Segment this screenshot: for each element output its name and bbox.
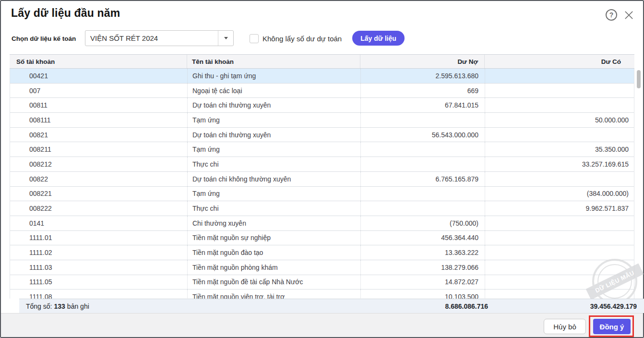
cell-credit-balance[interactable]: 50.000.000 [485,113,634,127]
cell-account-number[interactable]: 00421 [10,69,188,83]
cell-credit-balance[interactable] [485,216,634,230]
table-row[interactable]: 00421 Ghi thu - ghi tạm ứng 2.595.613.68… [10,69,634,84]
cell-credit-balance[interactable] [485,260,634,275]
cell-debit-balance[interactable] [361,113,485,127]
cell-debit-balance[interactable]: 10.103.500 [361,290,485,299]
cell-account-name[interactable]: Tiền mặt nguồn phòng khám [188,260,361,275]
accounting-data-select[interactable]: VIỆN SỐT RÉT 2024 [85,30,234,46]
cell-credit-balance[interactable] [485,128,634,142]
column-header-credit-balance[interactable]: Dư Có [485,55,634,68]
table-row[interactable]: 0141 Chi thường xuyên (750.000) [10,216,634,231]
cell-credit-balance[interactable] [485,275,634,290]
cell-account-number[interactable]: 1111.01 [10,231,188,245]
cell-credit-balance[interactable] [485,290,634,299]
cell-account-number[interactable]: 008221 [10,187,188,201]
cell-account-name[interactable]: Tiền mặt nguồn đề tài cấp Nhà Nước [188,275,361,290]
table-row[interactable]: 1111.03 Tiền mặt nguồn phòng khám 138.27… [10,260,634,275]
scrollbar-thumb[interactable] [637,70,641,88]
cell-account-name[interactable]: Chi thường xuyên [188,216,361,230]
cell-account-name[interactable]: Tiền mặt nguồn viện trợ, tài trợ [188,290,361,299]
cell-account-number[interactable]: 008211 [10,142,188,157]
cell-credit-balance[interactable]: 33.257.169.615 [485,157,634,171]
cell-debit-balance[interactable] [361,142,485,157]
cell-account-name[interactable]: Tiền mặt nguồn đào tạo [188,245,361,260]
cell-debit-balance[interactable]: 456.364.440 [361,231,485,245]
help-icon[interactable]: ? [606,9,617,21]
cell-account-name[interactable]: Thực chi [188,157,361,171]
cell-debit-balance[interactable]: 13.363.222 [361,245,485,260]
column-header-account-name[interactable]: Tên tài khoản [187,55,360,68]
cell-account-name[interactable]: Dự toán chi thường xuyên [188,128,361,142]
cancel-button[interactable]: Hủy bỏ [544,319,586,334]
cell-account-name[interactable]: Tạm ứng [188,142,361,157]
cell-credit-balance[interactable] [485,84,634,98]
cell-account-number[interactable]: 008222 [10,201,188,216]
dialog-title: Lấy dữ liệu đầu năm [11,7,120,20]
cell-credit-balance[interactable] [485,245,634,260]
accounting-data-select-value: VIỆN SỐT RÉT 2024 [85,34,218,42]
get-beginning-year-data-dialog: Lấy dữ liệu đầu năm ? Chọn dữ liệu kế to… [0,0,644,338]
cell-account-name[interactable]: Ghi thu - ghi tạm ứng [188,69,361,83]
table-row[interactable]: 008211 Tạm ứng 35.350.000 [10,142,634,157]
cell-debit-balance[interactable]: 56.543.000.000 [361,128,485,142]
cell-debit-balance[interactable]: (750.000) [361,216,485,230]
cell-credit-balance[interactable] [485,172,634,186]
table-scrollbar[interactable] [636,69,642,299]
table-row[interactable]: 008221 Tạm ứng (384.000.000) [10,187,634,202]
record-count-unit: bản ghi [67,302,89,310]
column-header-account-number[interactable]: Số tài khoản [10,55,187,68]
table-summary-row: Tổng số: 133 bản ghi 8.686.086.716 39.45… [19,299,644,313]
cell-account-number[interactable]: 1111.05 [10,275,188,290]
cell-account-number[interactable]: 00821 [10,128,188,142]
table-row[interactable]: 008111 Tạm ứng 50.000.000 [10,113,634,128]
cell-account-number[interactable]: 1111.08 [10,290,188,299]
close-icon[interactable] [623,10,634,21]
cell-credit-balance[interactable]: 9.962.571.837 [485,201,634,216]
cell-account-name[interactable]: Tạm ứng [188,187,361,201]
column-header-debit-balance[interactable]: Dư Nợ [360,55,485,68]
cell-account-number[interactable]: 008111 [10,113,188,127]
cell-debit-balance[interactable]: 669 [361,84,485,98]
table-row[interactable]: 008222 Thực chi 9.962.571.837 [10,201,634,216]
cell-credit-balance[interactable] [485,69,634,83]
cell-account-number[interactable]: 007 [10,84,188,98]
fetch-data-button[interactable]: Lấy dữ liệu [352,31,405,46]
chevron-down-icon[interactable] [218,31,233,46]
table-row[interactable]: 1111.02 Tiền mặt nguồn đào tạo 13.363.22… [10,245,634,260]
cell-account-number[interactable]: 008212 [10,157,188,171]
cell-account-name[interactable]: Dự toán chi thường xuyên [188,98,361,112]
table-row[interactable]: 008212 Thực chi 33.257.169.615 [10,157,634,172]
cell-debit-balance[interactable]: 67.841.015 [361,98,485,112]
cell-debit-balance[interactable]: 2.595.613.680 [361,69,485,83]
cell-account-number[interactable]: 1111.03 [10,260,188,275]
table-row[interactable]: 1111.05 Tiền mặt nguồn đề tài cấp Nhà Nư… [10,275,634,290]
table-row[interactable]: 00822 Dự toán chi không thường xuyên 6.7… [10,172,634,187]
cell-account-name[interactable]: Tiền mặt nguồn sự nghiệp [188,231,361,245]
cell-account-number[interactable]: 0141 [10,216,188,230]
cell-debit-balance[interactable]: 138.279.066 [361,260,485,275]
cell-account-number[interactable]: 1111.02 [10,245,188,260]
cell-debit-balance[interactable] [361,201,485,216]
cell-account-number[interactable]: 00811 [10,98,188,112]
cell-account-number[interactable]: 00822 [10,172,188,186]
cell-account-name[interactable]: Thực chi [188,201,361,216]
ok-button[interactable]: Đồng ý [593,319,631,334]
skip-budget-balance-checkbox[interactable] [250,34,259,43]
cell-debit-balance[interactable] [361,157,485,171]
cell-credit-balance[interactable]: (384.000.000) [485,187,634,201]
table-row[interactable]: 1111.01 Tiền mặt nguồn sự nghiệp 456.364… [10,231,634,246]
cell-account-name[interactable]: Ngoại tệ các loại [188,84,361,98]
table-row[interactable]: 1111.08 Tiền mặt nguồn viện trợ, tài trợ… [10,290,634,299]
cell-debit-balance[interactable] [361,187,485,201]
table-row[interactable]: 00821 Dự toán chi thường xuyên 56.543.00… [10,128,634,143]
cell-debit-balance[interactable]: 14.872.027 [361,275,485,290]
cell-credit-balance[interactable] [485,98,634,112]
cell-credit-balance[interactable]: 35.350.000 [485,142,634,157]
cell-credit-balance[interactable] [485,231,634,245]
record-count-label: Tổng số: [26,302,52,310]
cell-account-name[interactable]: Dự toán chi không thường xuyên [188,172,361,186]
cell-debit-balance[interactable]: 6.765.165.879 [361,172,485,186]
table-row[interactable]: 00811 Dự toán chi thường xuyên 67.841.01… [10,98,634,113]
cell-account-name[interactable]: Tạm ứng [188,113,361,127]
table-row[interactable]: 007 Ngoại tệ các loại 669 [10,84,634,98]
